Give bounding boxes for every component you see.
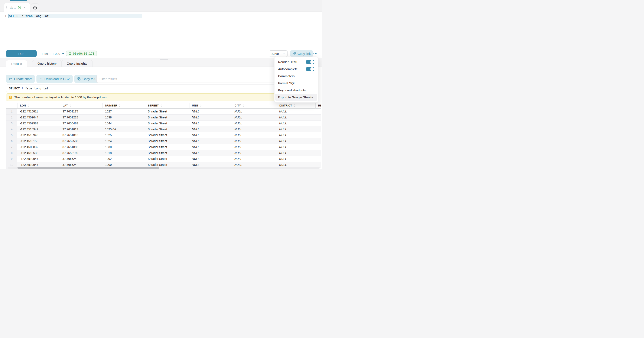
column-header-unit[interactable]: UNIT xyxy=(189,103,232,109)
table-cell[interactable]: NULL xyxy=(232,115,276,121)
table-cell[interactable]: 1025 xyxy=(102,132,145,138)
table-cell[interactable]: NULL xyxy=(189,156,232,162)
table-cell[interactable] xyxy=(316,121,321,126)
menu-item-parameters[interactable]: Parameters xyxy=(275,73,317,80)
table-cell[interactable]: NULL xyxy=(232,150,276,156)
more-options-button[interactable] xyxy=(311,50,320,57)
table-cell[interactable]: NULL xyxy=(276,144,316,150)
table-cell[interactable]: NULL xyxy=(189,132,232,138)
table-cell[interactable]: NULL xyxy=(232,126,276,132)
table-cell[interactable]: Shrader Street xyxy=(145,126,189,132)
table-cell[interactable] xyxy=(316,126,321,132)
table-cell[interactable]: NULL xyxy=(189,115,232,121)
table-cell[interactable]: -122.4509832 xyxy=(17,144,60,150)
table-cell[interactable]: Shrader Street xyxy=(145,150,189,156)
limit-dropdown[interactable]: LIMIT: 1 000 xyxy=(42,50,64,57)
menu-item-format-sql[interactable]: Format SQL xyxy=(275,80,317,87)
sort-icon[interactable] xyxy=(70,104,71,107)
table-cell[interactable]: 37.765524 xyxy=(60,156,102,162)
table-cell[interactable]: NULL xyxy=(189,138,232,144)
menu-item-keyboard-shortcuts[interactable]: Keyboard shortcuts xyxy=(275,87,317,94)
table-cell[interactable] xyxy=(316,109,321,115)
table-cell[interactable]: 37.7651135 xyxy=(60,109,102,115)
copy-link-button[interactable]: Copy link xyxy=(290,50,313,57)
table-cell[interactable]: 37.7651813 xyxy=(60,126,102,132)
sort-icon[interactable] xyxy=(242,104,244,107)
sort-icon[interactable] xyxy=(294,104,295,107)
table-cell[interactable]: -122.4510947 xyxy=(17,156,60,162)
table-cell[interactable]: NULL xyxy=(232,156,276,162)
toggle-on[interactable] xyxy=(306,60,314,64)
table-cell[interactable]: -122.4515949 xyxy=(17,126,60,132)
table-cell[interactable]: 1030 xyxy=(102,144,145,150)
table-cell[interactable]: Shrader Street xyxy=(145,109,189,115)
table-cell[interactable]: Shrader Street xyxy=(145,121,189,126)
table-cell[interactable]: -122.4509983 xyxy=(17,121,60,126)
table-cell[interactable]: 37.7650483 xyxy=(60,121,102,126)
table-cell[interactable]: Shrader Street xyxy=(145,156,189,162)
table-cell[interactable]: NULL xyxy=(189,126,232,132)
table-cell[interactable]: NULL xyxy=(276,132,316,138)
table-cell[interactable]: -122.4515811 xyxy=(17,109,60,115)
table-cell[interactable]: 37.7653199 xyxy=(60,150,102,156)
table-cell[interactable]: NULL xyxy=(189,109,232,115)
column-header-street[interactable]: STREET xyxy=(145,103,189,109)
table-cell[interactable]: -122.4509644 xyxy=(17,115,60,121)
table-cell[interactable]: NULL xyxy=(276,156,316,162)
table-cell[interactable] xyxy=(316,138,321,144)
table-cell[interactable]: NULL xyxy=(232,138,276,144)
table-cell[interactable]: 1024 xyxy=(102,138,145,144)
table-cell[interactable] xyxy=(316,144,321,150)
column-header-lon[interactable]: LON xyxy=(17,103,60,109)
table-cell[interactable]: NULL xyxy=(232,109,276,115)
table-cell[interactable]: Shrader Street xyxy=(145,132,189,138)
table-cell[interactable]: NULL xyxy=(276,126,316,132)
table-cell[interactable]: NULL xyxy=(232,144,276,150)
create-chart-button[interactable]: Create chart xyxy=(6,75,35,83)
table-cell[interactable]: NULL xyxy=(276,109,316,115)
table-cell[interactable]: Shrader Street xyxy=(145,115,189,121)
column-header-district[interactable]: DISTRICT xyxy=(276,103,316,109)
tab-query-1[interactable]: Tab 1 xyxy=(4,3,30,12)
tab-drag-handle-icon[interactable] xyxy=(6,6,6,9)
add-tab-button[interactable] xyxy=(31,4,39,12)
table-cell[interactable]: 1038 xyxy=(102,115,145,121)
column-header-re[interactable]: RE xyxy=(316,103,321,109)
table-cell[interactable]: -122.4515949 xyxy=(17,132,60,138)
table-cell[interactable]: NULL xyxy=(276,138,316,144)
table-cell[interactable]: NULL xyxy=(189,121,232,126)
close-tab-icon[interactable] xyxy=(23,6,26,9)
table-cell[interactable] xyxy=(316,150,321,156)
save-button[interactable]: Save xyxy=(269,51,281,57)
download-to-csv-button[interactable]: Download to CSV xyxy=(36,75,73,83)
table-cell[interactable] xyxy=(316,132,321,138)
table-cell[interactable]: 37.7651813 xyxy=(60,132,102,138)
run-button[interactable]: Run xyxy=(6,50,37,57)
table-cell[interactable]: 37.7651898 xyxy=(60,144,102,150)
column-header-city[interactable]: CITY xyxy=(232,103,276,109)
table-cell[interactable]: NULL xyxy=(189,150,232,156)
save-menu-button[interactable] xyxy=(281,51,288,57)
table-cell[interactable] xyxy=(316,156,321,162)
table-cell[interactable]: 37.7651228 xyxy=(60,115,102,121)
tab-results[interactable]: Results xyxy=(6,60,27,67)
table-cell[interactable]: Shrader Street xyxy=(145,144,189,150)
table-cell[interactable]: NULL xyxy=(189,144,232,150)
sql-editor[interactable]: 1 SELECT * from long_lat xyxy=(0,12,322,49)
table-cell[interactable]: -122.4510533 xyxy=(17,150,60,156)
horizontal-scrollbar[interactable] xyxy=(8,167,320,169)
tab-query-history[interactable]: Query history xyxy=(32,60,62,67)
table-cell[interactable]: 1002 xyxy=(102,156,145,162)
table-cell[interactable]: 37.7652533 xyxy=(60,138,102,144)
sort-icon[interactable] xyxy=(160,104,162,107)
column-header-number[interactable]: NUMBER xyxy=(102,103,145,109)
menu-item-render-html[interactable]: Render HTML xyxy=(275,59,317,66)
toggle-on[interactable] xyxy=(306,67,314,71)
table-cell[interactable]: NULL xyxy=(276,150,316,156)
sort-icon[interactable] xyxy=(119,104,120,107)
table-cell[interactable]: NULL xyxy=(276,121,316,126)
table-cell[interactable]: 1025.0A xyxy=(102,126,145,132)
table-cell[interactable]: 1018 xyxy=(102,150,145,156)
table-cell[interactable]: Shrader Street xyxy=(145,138,189,144)
menu-item-export-to-google-sheets[interactable]: Export to Google Sheets xyxy=(275,94,317,101)
